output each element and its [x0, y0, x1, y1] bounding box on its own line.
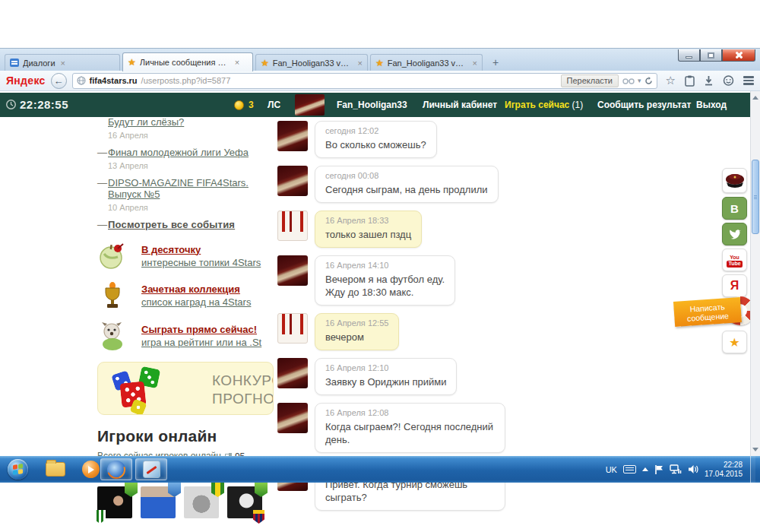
sender-avatar[interactable] [277, 358, 308, 388]
feature-subtitle-link[interactable]: интересные топики 4Stars [141, 257, 261, 269]
scroll-up-arrow[interactable] [751, 92, 760, 103]
feature-title-link[interactable]: Зачетная коллекция [141, 283, 240, 295]
hidden-icons-arrow[interactable] [642, 467, 648, 471]
player-avatar[interactable] [227, 486, 262, 518]
taskbar-explorer-button[interactable] [40, 458, 71, 480]
tray-clock[interactable]: 22:28 17.04.2015 [705, 461, 743, 479]
message-row[interactable]: сегодня 12:02Во сколько сможешь? [277, 121, 505, 158]
messenger-smiley-icon[interactable] [723, 75, 734, 86]
message-row[interactable]: 16 Апреля 18:33только зашел пздц [277, 211, 505, 248]
nav-exit[interactable]: Выход [696, 100, 727, 110]
feature-subtitle-link[interactable]: список наград на 4Stars [141, 296, 251, 309]
players-online-title: Игроки онлайн [97, 427, 278, 445]
sender-avatar[interactable] [277, 403, 308, 433]
tab-match-2[interactable]: ★ Fan_Hooligan33 vs Bloody... × [370, 54, 483, 71]
bookmark-star-icon[interactable]: ☆ [666, 74, 676, 87]
favorites-star-icon[interactable]: ★ [722, 331, 747, 353]
keyboard-icon[interactable] [623, 465, 636, 473]
message-text: вечером [325, 331, 388, 344]
twitter-icon[interactable] [722, 223, 747, 245]
feature-title-link[interactable]: Сыграть прямо сейчас! [141, 324, 257, 335]
bookmarks-clipboard-icon[interactable] [685, 75, 695, 87]
event-link[interactable]: DIPSO-MAGAZINE FIFA4Stars. Выпуск №5 [108, 177, 249, 200]
start-button[interactable] [8, 459, 28, 480]
yandex-icon[interactable]: Я [722, 274, 747, 297]
nav-username[interactable]: Fan_Hooligan33 [337, 100, 407, 110]
tab-close-icon[interactable]: × [473, 59, 477, 68]
sender-avatar[interactable] [277, 313, 308, 344]
feature-top-ten: В десяточку интересные топики 4Stars [97, 242, 278, 271]
network-icon[interactable] [670, 464, 682, 474]
forecast-contest-banner[interactable]: КОНКУРС ПРОГНОЗОВ [97, 362, 274, 415]
scroll-down-arrow[interactable] [751, 444, 760, 455]
nav-report-result[interactable]: Сообщить результат [597, 100, 691, 110]
yandex-logo[interactable]: Яндекс [6, 74, 46, 87]
taskbar-firefox-button[interactable] [100, 458, 132, 480]
translate-button[interactable]: Перекласти [561, 74, 619, 87]
language-indicator[interactable]: UK [606, 465, 617, 474]
nav-private-messages[interactable]: ЛС [268, 100, 280, 110]
view-all-events: — Посмотреть все события [97, 219, 278, 230]
page-content: 22:28:55 3 ЛС Fan_Hooligan33 Личный каби… [0, 91, 760, 456]
tab-match-1[interactable]: ★ Fan_Hooligan33 vs Bloody... × [255, 54, 368, 71]
downloads-icon[interactable] [704, 75, 714, 86]
desktop: Диалоги × ★ Личные сообщения Fan_... × ★… [0, 0, 760, 532]
site-header: 22:28:55 3 ЛС Fan_Hooligan33 Личный каби… [0, 93, 750, 117]
sender-avatar[interactable] [277, 255, 308, 286]
scrollbar-thumb[interactable] [752, 160, 759, 234]
server-time: 22:28:55 [20, 98, 68, 111]
military-cap-icon[interactable] [722, 168, 747, 193]
message-text: Вечером я на футбол еду. Жду до 18:30 ма… [325, 273, 445, 299]
event-link[interactable]: Финал молодежной лиги Уефа [108, 147, 249, 158]
reload-icon[interactable] [644, 77, 653, 85]
message-row[interactable]: 16 Апреля 12:08Когда сыграем?! Сегодня п… [277, 403, 505, 453]
feature-awards: Зачетная коллекция список наград на 4Sta… [97, 282, 278, 309]
player-avatar[interactable] [97, 486, 132, 518]
tab-title: Личные сообщения Fan_... [140, 58, 230, 67]
taskbar-image-editor-button[interactable] [135, 458, 167, 480]
message-row[interactable]: сегодня 00:08Сегодня сыграм, на день про… [277, 166, 505, 203]
player-avatar[interactable] [184, 486, 219, 518]
feature-title-link[interactable]: В десяточку [141, 244, 201, 255]
action-center-flag-icon[interactable] [654, 464, 663, 475]
sender-avatar[interactable] [277, 166, 308, 196]
minimize-button[interactable] [678, 49, 700, 62]
event-link[interactable]: Будут ли слёзы? [108, 116, 184, 128]
view-all-events-link[interactable]: Посмотреть все события [108, 219, 235, 230]
tab-dialogs[interactable]: Диалоги × [5, 54, 120, 71]
close-button[interactable] [722, 49, 755, 62]
message-row[interactable]: 16 Апреля 12:10Заявку в Ориджин прийми [277, 358, 505, 395]
address-bar[interactable]: fifa4stars.ru/userposts.php?id=5877 Пере… [72, 73, 657, 89]
tab-close-icon[interactable]: × [358, 59, 363, 68]
message-row[interactable]: 16 Апреля 14:10Вечером я на футбол еду. … [277, 255, 505, 306]
volume-icon[interactable] [688, 464, 698, 474]
vk-icon[interactable]: B [722, 197, 747, 220]
message-row[interactable]: 16 Апреля 12:55вечером [277, 313, 505, 350]
nav-personal-cabinet[interactable]: Личный кабинет [423, 100, 497, 110]
message-time: 16 Апреля 12:10 [325, 363, 446, 372]
tab-private-messages[interactable]: ★ Личные сообщения Fan_... × [122, 52, 253, 71]
sender-avatar[interactable] [277, 121, 308, 151]
nav-play-now[interactable]: Играть сейчас (1) [505, 100, 583, 110]
youtube-icon[interactable]: You Tube [722, 249, 747, 271]
coin-icon [234, 100, 244, 110]
write-message-ribbon[interactable]: Написать сообщение [673, 297, 742, 327]
player-avatar[interactable] [141, 486, 176, 518]
maximize-button[interactable] [700, 49, 722, 62]
page-scrollbar[interactable] [750, 91, 760, 456]
back-button[interactable]: ← [51, 73, 67, 89]
message-text: Когда сыграем?! Сегодня последний день. [325, 420, 495, 446]
clock-icon [5, 99, 17, 110]
menu-hamburger-icon[interactable] [743, 76, 754, 85]
show-desktop-button[interactable] [750, 456, 755, 483]
tab-close-icon[interactable]: × [61, 59, 65, 68]
system-tray: UK 22:28 17.04.2015 [606, 456, 755, 483]
sender-avatar[interactable] [277, 211, 308, 241]
dropdown-caret-icon[interactable]: ▾ [638, 77, 641, 84]
reader-glasses-icon[interactable] [622, 78, 635, 84]
new-tab-button[interactable]: + [486, 55, 505, 70]
message-text: только зашел пздц [325, 228, 411, 241]
user-avatar[interactable] [295, 94, 325, 116]
feature-subtitle-link[interactable]: игра на рейтинг или на .St [141, 337, 261, 349]
tab-close-icon[interactable]: × [235, 58, 239, 67]
